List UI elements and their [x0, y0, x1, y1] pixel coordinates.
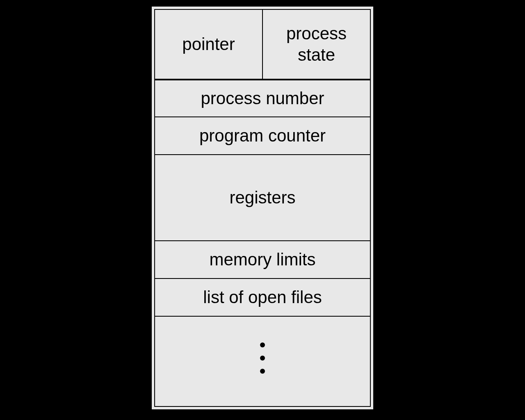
pcb-cell-pointer: pointer	[155, 10, 263, 79]
pcb-cell-process-number: process number	[154, 80, 371, 117]
pcb-cell-registers: registers	[154, 155, 371, 241]
pcb-label-pointer: pointer	[178, 32, 239, 57]
pcb-inner: pointer process state process number pro…	[154, 9, 371, 407]
pcb-label-program-counter: program counter	[195, 124, 330, 148]
pcb-label-memory-limits: memory limits	[205, 248, 320, 272]
pcb-label-registers: registers	[225, 186, 299, 210]
pcb-label-process-state: process state	[282, 21, 351, 68]
pcb-cell-open-files: list of open files	[154, 279, 371, 317]
pcb-cell-program-counter: program counter	[154, 117, 371, 155]
pcb-cell-memory-limits: memory limits	[154, 241, 371, 279]
pcb-label-open-files: list of open files	[199, 285, 326, 309]
dot-icon	[260, 369, 265, 374]
pcb-cell-process-state: process state	[263, 10, 370, 79]
pcb-cell-ellipsis	[154, 317, 371, 407]
ellipsis-icon	[260, 342, 265, 374]
pcb-label-process-number: process number	[196, 87, 328, 110]
pcb-top-row: pointer process state	[154, 9, 371, 80]
pcb-diagram: pointer process state process number pro…	[150, 5, 375, 411]
dot-icon	[260, 342, 265, 347]
dot-icon	[260, 356, 265, 361]
